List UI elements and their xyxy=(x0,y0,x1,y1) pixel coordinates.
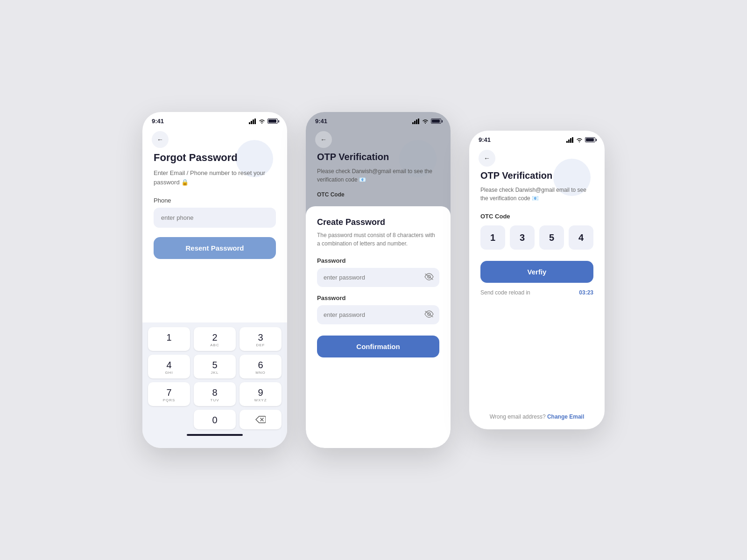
otp-digit-1[interactable]: 1 xyxy=(480,225,505,250)
modal-title: Create Password xyxy=(317,217,439,227)
svg-rect-1 xyxy=(251,121,252,124)
screen1-content: Forgot Password Enter Email / Phone numb… xyxy=(142,152,287,322)
key-3[interactable]: 3 DEF xyxy=(240,327,282,351)
key-2[interactable]: 2 ABC xyxy=(194,327,236,351)
signal-icon-3 xyxy=(566,137,574,143)
key-8[interactable]: 8 TUV xyxy=(194,382,236,406)
resend-label: Send code reload in xyxy=(480,289,530,296)
status-bar-2: 9:41 xyxy=(306,112,451,127)
svg-rect-16 xyxy=(570,138,571,143)
otp-title-3: OTP Verification xyxy=(480,170,593,181)
otp-title-2: OTP Verification xyxy=(317,152,439,162)
screen3-content: OTP Verification Please check Darwish@gm… xyxy=(469,170,605,404)
home-indicator-1 xyxy=(187,434,243,436)
back-button-2[interactable]: ← xyxy=(315,131,332,148)
resent-password-button[interactable]: Resent Password xyxy=(154,237,276,259)
key-delete[interactable] xyxy=(240,410,282,429)
otp-subtitle-2: Please check Darwish@gmail email to see … xyxy=(317,167,439,184)
svg-rect-3 xyxy=(254,119,256,124)
battery-icon-3 xyxy=(585,137,595,142)
phone-label: Phone xyxy=(154,197,276,204)
key-7[interactable]: 7 PQRS xyxy=(148,382,190,406)
status-icons-2 xyxy=(412,119,441,124)
status-bar-3: 9:41 xyxy=(469,131,605,146)
status-icons-1 xyxy=(249,119,278,124)
keypad: 1 2 ABC 3 DEF 4 GHI 5 JKL xyxy=(142,322,287,448)
key-1[interactable]: 1 xyxy=(148,327,190,351)
svg-rect-2 xyxy=(253,119,254,124)
svg-rect-17 xyxy=(572,137,573,143)
confirm-label-2: Password xyxy=(317,294,439,301)
key-9[interactable]: 9 WXYZ xyxy=(240,382,282,406)
key-0[interactable]: 0 xyxy=(194,410,236,429)
subtitle-1: Enter Email / Phone number to reset your… xyxy=(154,168,276,187)
signal-icon xyxy=(249,119,256,124)
time-3: 9:41 xyxy=(479,136,491,143)
modal-card: Create Password The password must consis… xyxy=(306,206,451,448)
confirm-field-wrap xyxy=(317,305,439,324)
resend-row: Send code reload in 03:23 xyxy=(480,289,593,296)
status-icons-3 xyxy=(566,137,595,143)
battery-icon-2 xyxy=(431,119,441,124)
otp-subtitle-3: Please check Darwish@gmail email to see … xyxy=(480,186,593,203)
key-6[interactable]: 6 MNO xyxy=(240,355,282,378)
phone-input[interactable] xyxy=(154,208,276,228)
resend-timer: 03:23 xyxy=(579,289,593,296)
status-bar-1: 9:41 xyxy=(142,112,287,127)
signal-icon-2 xyxy=(412,119,420,124)
otp-digit-3[interactable]: 5 xyxy=(539,225,564,250)
page-title-1: Forgot Password xyxy=(154,152,276,164)
password-label-2: Password xyxy=(317,257,439,264)
wrong-email-row: Wrong email address? Change Email xyxy=(469,404,605,429)
password-field-wrap xyxy=(317,268,439,287)
confirm-input[interactable] xyxy=(317,305,439,324)
svg-rect-15 xyxy=(568,140,570,143)
time-2: 9:41 xyxy=(315,118,327,125)
wifi-icon-2 xyxy=(422,119,429,124)
key-4[interactable]: 4 GHI xyxy=(148,355,190,378)
phone-screen-1: 9:41 ← xyxy=(142,112,287,448)
otp-digit-4[interactable]: 4 xyxy=(569,225,593,250)
svg-rect-9 xyxy=(418,119,419,124)
otc-label-2: OTC Code xyxy=(306,191,451,198)
delete-icon xyxy=(255,416,266,423)
change-email-link[interactable]: Change Email xyxy=(547,413,584,420)
screens-container: 9:41 ← xyxy=(142,112,605,448)
phone-screen-2: 9:41 ← OTP Verifi xyxy=(306,112,451,448)
eye-icon-1[interactable] xyxy=(424,273,434,282)
wrong-email-text: Wrong email address? xyxy=(490,413,546,420)
svg-rect-14 xyxy=(566,141,568,143)
time-1: 9:41 xyxy=(152,118,164,125)
key-empty xyxy=(148,410,190,429)
wifi-icon xyxy=(259,119,265,124)
verify-button[interactable]: Verfiy xyxy=(480,261,593,283)
keypad-grid: 1 2 ABC 3 DEF 4 GHI 5 JKL xyxy=(148,327,282,429)
svg-rect-0 xyxy=(249,122,250,124)
svg-rect-8 xyxy=(416,119,417,124)
back-button-3[interactable]: ← xyxy=(479,150,495,167)
svg-rect-6 xyxy=(412,122,414,124)
wifi-icon-3 xyxy=(576,137,583,143)
eye-icon-2[interactable] xyxy=(424,310,434,320)
back-button-1[interactable]: ← xyxy=(152,131,169,148)
otc-label-3: OTC Code xyxy=(480,213,593,220)
phone-screen-3: 9:41 ← OTP Verifi xyxy=(469,131,605,429)
password-input[interactable] xyxy=(317,268,439,287)
key-5[interactable]: 5 JKL xyxy=(194,355,236,378)
modal-desc: The password must consist of 8 character… xyxy=(317,231,439,248)
otp-boxes: 1 3 5 4 xyxy=(480,225,593,250)
otp-digit-2[interactable]: 3 xyxy=(510,225,535,250)
confirmation-button[interactable]: Confirmation xyxy=(317,336,439,357)
battery-icon xyxy=(268,119,278,124)
screen2-top: OTP Verification Please check Darwish@gm… xyxy=(306,152,451,191)
svg-rect-7 xyxy=(414,121,416,124)
